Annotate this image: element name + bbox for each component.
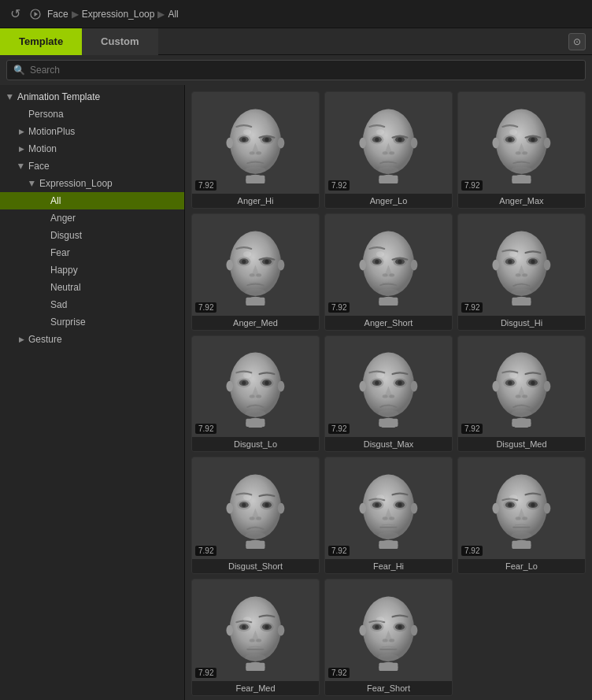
svg-point-177: [531, 503, 535, 507]
svg-point-44: [522, 151, 527, 154]
sidebar-item-gesture[interactable]: ▶Gesture: [0, 331, 184, 348]
grid-item-fear-lo[interactable]: 7.92Fear_Lo: [457, 457, 586, 574]
svg-point-121: [376, 373, 384, 379]
sidebar-item-disgust[interactable]: Disgust: [0, 227, 184, 244]
svg-point-139: [230, 475, 281, 539]
run-icon[interactable]: [27, 6, 44, 23]
svg-point-209: [389, 639, 394, 642]
svg-point-117: [398, 381, 402, 385]
svg-point-151: [243, 495, 251, 501]
grid-item-fear-hi[interactable]: 7.92Fear_Hi: [324, 457, 453, 574]
sidebar-item-anger[interactable]: Anger: [0, 209, 184, 227]
svg-point-41: [508, 138, 512, 142]
svg-point-16: [243, 129, 251, 135]
sidebar-item-expression-loop[interactable]: ▶Expression_Loop: [0, 175, 184, 192]
sidebar-item-happy[interactable]: Happy: [0, 261, 184, 279]
thumbnail-disgust-hi: 7.92: [458, 214, 585, 316]
grid-item-fear-med[interactable]: 7.92Fear_Med: [191, 579, 320, 696]
svg-point-90: [512, 288, 532, 295]
svg-point-193: [250, 639, 255, 642]
sidebar-item-fear[interactable]: Fear: [0, 244, 184, 261]
face-render-anger-med: [192, 214, 319, 316]
svg-point-20: [360, 138, 367, 149]
svg-point-111: [411, 381, 418, 392]
svg-point-110: [360, 381, 367, 392]
svg-point-64: [363, 231, 414, 295]
grid-item-disgust-short[interactable]: 7.92Disgust_Short: [191, 457, 320, 574]
svg-point-180: [512, 532, 532, 539]
svg-point-200: [360, 625, 367, 636]
tab-custom[interactable]: Custom: [82, 28, 157, 55]
duration-badge-disgust-med: 7.92: [461, 424, 483, 434]
svg-point-29: [389, 151, 394, 154]
tab-template[interactable]: Template: [0, 28, 82, 55]
search-input[interactable]: [30, 65, 579, 76]
thumbnail-disgust-lo: 7.92: [192, 336, 319, 438]
face-render-fear-hi: [325, 457, 452, 559]
sidebar-item-surprise[interactable]: Surprise: [0, 313, 184, 331]
svg-point-208: [383, 639, 388, 642]
svg-point-5: [227, 138, 234, 149]
svg-point-34: [496, 109, 547, 173]
face-render-fear-short: [325, 580, 452, 681]
grid-item-disgust-med[interactable]: 7.92Disgust_Med: [457, 335, 586, 453]
sidebar-item-all[interactable]: All: [0, 192, 184, 209]
sidebar-item-face[interactable]: ▶Face: [0, 157, 184, 175]
svg-point-192: [265, 625, 269, 629]
arrow-icon: ▶: [16, 334, 27, 345]
sidebar-item-motionplus[interactable]: ▶MotionPlus: [0, 123, 184, 140]
svg-point-210: [379, 654, 399, 661]
thumbnail-anger-med: 7.92: [192, 214, 319, 316]
svg-point-56: [242, 259, 246, 263]
duration-badge-disgust-lo: 7.92: [195, 424, 216, 434]
svg-point-79: [496, 231, 547, 295]
grid-item-fear-short[interactable]: 7.92Fear_Short: [324, 579, 453, 696]
face-render-anger-lo: [325, 92, 452, 194]
svg-point-162: [398, 503, 402, 507]
grid-item-anger-lo[interactable]: 7.92Anger_Lo: [324, 91, 453, 209]
grid-item-anger-med[interactable]: 7.92Anger_Med: [191, 213, 320, 331]
back-button[interactable]: ↺: [6, 6, 24, 23]
svg-point-96: [278, 381, 285, 392]
svg-point-28: [383, 151, 388, 154]
svg-point-101: [242, 381, 246, 385]
sidebar-item-persona[interactable]: Persona: [0, 106, 184, 123]
svg-point-103: [250, 395, 255, 398]
thumbnail-fear-short: 7.92: [325, 580, 452, 681]
svg-point-132: [531, 381, 535, 385]
svg-point-195: [246, 654, 266, 661]
grid-item-anger-max[interactable]: 7.92Anger_Max: [457, 91, 586, 209]
svg-point-74: [389, 273, 394, 276]
svg-point-186: [278, 625, 285, 636]
svg-point-49: [230, 231, 281, 295]
svg-point-176: [508, 503, 512, 507]
grid-item-disgust-hi[interactable]: 7.92Disgust_Hi: [457, 213, 586, 331]
svg-point-86: [508, 259, 512, 263]
svg-point-171: [544, 503, 551, 514]
grid-item-anger-hi[interactable]: 7.92Anger_Hi: [191, 91, 320, 209]
thumbnail-disgust-med: 7.92: [458, 336, 585, 438]
sidebar-item-motion[interactable]: ▶Motion: [0, 140, 184, 157]
breadcrumb-face[interactable]: Face: [47, 9, 68, 20]
svg-point-105: [246, 410, 266, 417]
svg-point-14: [256, 151, 261, 154]
top-bar: ↺ Face ▶ Expression_Loop ▶ All: [0, 0, 592, 28]
svg-point-141: [278, 503, 285, 514]
svg-point-81: [544, 259, 551, 270]
sidebar-label-surprise: Surprise: [50, 317, 86, 328]
svg-rect-48: [246, 297, 265, 305]
svg-point-11: [242, 138, 246, 142]
grid-item-disgust-max[interactable]: 7.92Disgust_Max: [324, 335, 453, 453]
sidebar-item-neutral[interactable]: Neutral: [0, 279, 184, 296]
svg-point-42: [531, 138, 535, 142]
arrow-icon: ▶: [16, 126, 27, 137]
tab-expand-button[interactable]: ⊙: [568, 33, 586, 50]
grid-item-disgust-lo[interactable]: 7.92Disgust_Lo: [191, 335, 320, 453]
grid-item-anger-short[interactable]: 7.92Anger_Short: [324, 213, 453, 331]
breadcrumb-all[interactable]: All: [168, 9, 178, 20]
sidebar-item-animation-template[interactable]: ▶Animation Template: [0, 88, 184, 106]
breadcrumb-expression-loop[interactable]: Expression_Loop: [82, 9, 155, 20]
thumbnail-fear-med: 7.92: [192, 580, 319, 681]
sidebar-item-sad[interactable]: Sad: [0, 296, 184, 313]
grid-label-anger-short: Anger_Short: [325, 316, 452, 330]
